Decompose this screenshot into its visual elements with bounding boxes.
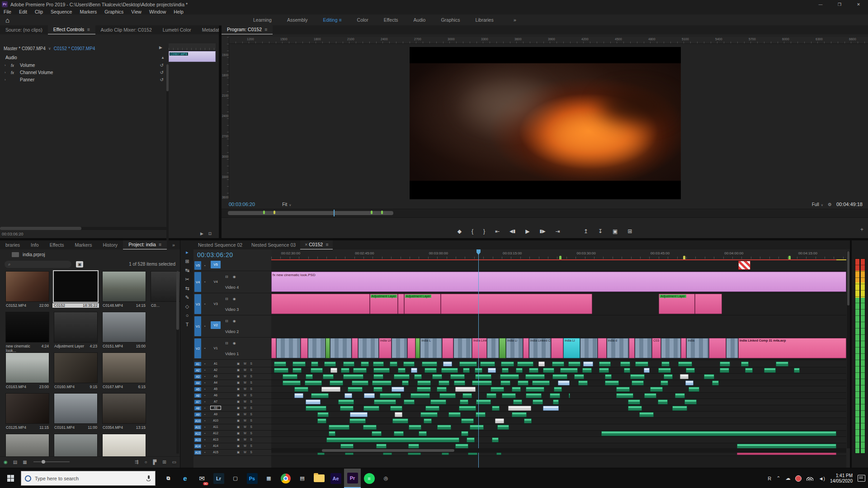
lock-icon[interactable]: ▪ (204, 432, 205, 435)
mail-icon[interactable]: ✉90 (193, 469, 210, 488)
lock-icon[interactable]: ▪ (204, 280, 205, 283)
audio-clip[interactable] (492, 437, 498, 442)
audio-clip[interactable] (341, 368, 349, 373)
minimize-button[interactable]: — (811, 0, 830, 9)
menu-edit[interactable]: Edit (19, 9, 27, 14)
audio-clip[interactable] (552, 361, 564, 366)
timeline-clip[interactable] (726, 338, 738, 358)
audio-clip[interactable] (330, 368, 337, 373)
lock-icon[interactable]: ▪ (204, 347, 205, 350)
source-patch-button[interactable]: A10 (211, 419, 221, 422)
sequence-marker[interactable] (274, 211, 275, 214)
audio-clip[interactable] (685, 380, 693, 385)
source-patch-button[interactable]: A9 (211, 413, 221, 416)
audio-clip[interactable] (616, 387, 630, 392)
audio-clip[interactable] (502, 368, 509, 373)
search-input[interactable]: ⌕ (5, 261, 71, 268)
track-mute-solo-buttons[interactable]: ▣MS (237, 450, 256, 454)
lock-icon[interactable]: ▪ (204, 264, 205, 267)
hand-tool[interactable]: ◇ (180, 302, 194, 311)
audio-clip[interactable] (582, 368, 592, 373)
audio-clip[interactable] (488, 368, 495, 373)
lock-icon[interactable]: ▪ (204, 302, 205, 305)
audio-clip[interactable] (363, 425, 377, 430)
audio-track-header-a3[interactable]: A3▪A3▣MS (193, 374, 271, 380)
video-track-header-video-5[interactable]: V5▪V5 (193, 260, 271, 271)
audio-track-header-a6[interactable]: A6▪A6▣MS (193, 393, 271, 399)
effect-row-panner[interactable]: ›Panner↺ (0, 76, 170, 83)
timeline-clip[interactable] (487, 338, 499, 358)
lock-icon[interactable]: ▪ (204, 362, 205, 365)
project-item-c0152-mp4[interactable]: C0152.MP422:00 (5, 271, 49, 312)
audio-track-header-a14[interactable]: A14▪A14▣MS (193, 443, 271, 450)
audio-track-header-a2[interactable]: A2▪A2▣MS (193, 367, 271, 374)
audio-clip[interactable] (349, 418, 366, 423)
photoshop-icon[interactable]: Ps (244, 469, 260, 488)
new-bin-button[interactable]: ▛ (153, 460, 156, 465)
audio-clip[interactable] (417, 380, 431, 385)
close-button[interactable]: ✕ (849, 0, 868, 9)
project-item-c0167-mp4[interactable]: C0167.MP46:15 (102, 352, 146, 393)
audio-clip[interactable] (344, 393, 352, 398)
audio-clip[interactable] (639, 412, 654, 417)
audio-clip[interactable] (410, 393, 430, 398)
track-target-button[interactable]: A10 (194, 419, 201, 423)
audio-clip[interactable] (361, 361, 369, 366)
timeline-clip[interactable] (598, 338, 606, 358)
audio-clip[interactable] (348, 387, 363, 392)
audio-clip[interactable] (500, 374, 519, 379)
source-patch-button[interactable]: A5 (211, 387, 221, 390)
lock-icon[interactable]: ▪ (204, 413, 205, 416)
mini-time-ruler[interactable] (169, 43, 216, 51)
audio-track-header-a4[interactable]: A4▪A4▣MS (193, 380, 271, 386)
audio-clip[interactable] (532, 380, 550, 385)
source-patch-button[interactable]: A13 (211, 438, 221, 441)
timeline-clip[interactable] (392, 338, 408, 358)
audio-clip[interactable] (437, 425, 451, 430)
lift-button[interactable]: ↥ (584, 228, 588, 235)
lock-icon[interactable]: ▪ (204, 324, 205, 328)
timeline-clip[interactable] (308, 338, 325, 358)
timeline-clip[interactable]: india L (420, 338, 442, 358)
audio-clip[interactable] (394, 374, 409, 379)
audio-clip[interactable] (403, 361, 415, 366)
audio-clip[interactable] (620, 361, 630, 366)
timeline-horizontal-scrollbar[interactable] (271, 448, 846, 453)
audio-clip[interactable] (306, 399, 321, 404)
tab-lumetri-color[interactable]: Lumetri Color (157, 26, 197, 34)
item-thumbnail[interactable] (102, 312, 146, 343)
lock-icon[interactable]: ▪ (204, 438, 205, 441)
audio-clip[interactable] (292, 368, 302, 373)
audio-clip[interactable] (543, 368, 555, 373)
audio-clip[interactable] (317, 418, 326, 423)
panel-menu-icon[interactable]: ≡ (87, 27, 90, 32)
horizontal-scrollbar[interactable] (0, 227, 167, 230)
video-track-header-video-1[interactable]: V2▪V1⊟◉Video 1 (193, 338, 271, 360)
item-thumbnail[interactable] (5, 393, 49, 424)
audio-clip[interactable] (311, 393, 329, 398)
audio-clip[interactable] (441, 368, 458, 373)
source-patch-button[interactable]: V4 (211, 280, 221, 284)
step-forward-button[interactable]: ▮▶ (539, 229, 545, 234)
timeline-clip[interactable] (441, 294, 592, 314)
audio-clip[interactable] (460, 399, 469, 404)
menu-graphics[interactable]: Graphics (104, 9, 123, 14)
audio-clip[interactable] (720, 361, 730, 366)
audio-clip[interactable] (475, 374, 491, 379)
timeline-clip[interactable]: India Linked Com (472, 338, 487, 358)
audio-clip[interactable] (517, 361, 533, 366)
timeline-clip[interactable] (523, 338, 529, 358)
automate-to-sequence-button[interactable]: ⇶ (135, 460, 138, 465)
step-back-button[interactable]: ◀▮ (509, 229, 515, 234)
project-item-c0148-mp4[interactable]: C0148.MP414:15 (102, 271, 146, 312)
audio-clip[interactable] (764, 368, 775, 373)
audio-clip[interactable] (394, 431, 404, 436)
audio-section-header[interactable]: Audio ▲ (0, 54, 171, 61)
loop-icon[interactable]: ⊡ (208, 231, 212, 236)
source-patch-button[interactable]: V5 (211, 261, 221, 268)
audio-clip[interactable] (353, 368, 366, 373)
audio-track-header-a5[interactable]: A5▪A5▣MS (193, 386, 271, 393)
audio-clip[interactable] (635, 361, 648, 366)
audio-clip[interactable] (495, 418, 504, 423)
icon-view-button[interactable]: ▦ (23, 460, 27, 465)
